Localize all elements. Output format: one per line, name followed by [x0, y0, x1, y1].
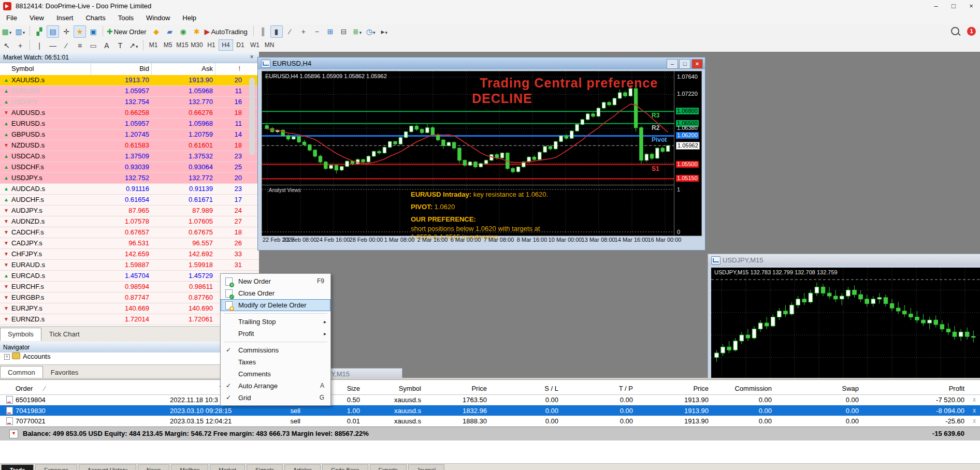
market-watch-row[interactable]: ▼AUDJPY.s87.96587.98924: [0, 205, 259, 216]
terminal-tab-experts[interactable]: Experts: [370, 464, 407, 470]
zoom-in-icon[interactable]: +: [297, 25, 310, 38]
column-header-tp[interactable]: T / P: [619, 385, 633, 392]
chart-restore-button[interactable]: □: [679, 59, 690, 69]
mailbox-icon[interactable]: ▰: [164, 25, 176, 38]
menu-item-commissions[interactable]: Commissions✓: [221, 344, 330, 356]
new-order-icon[interactable]: ✚New Order: [106, 25, 149, 38]
market-watch-row[interactable]: ▲XAUUSD.s1913.701913.9020: [0, 75, 259, 86]
tile-windows-icon[interactable]: ⊞: [324, 25, 337, 38]
timeframe-h4[interactable]: H4: [219, 39, 233, 51]
column-header-bid[interactable]: Bid: [139, 65, 149, 72]
arrange-windows-icon[interactable]: ⊟: [338, 25, 350, 38]
timeframe-m30[interactable]: M30: [190, 39, 204, 51]
chevron-down-icon[interactable]: ▾: [359, 30, 362, 35]
column-header-commission[interactable]: Commission: [734, 385, 772, 392]
market-watch-row[interactable]: ▲USDJPY.s132.752132.77220: [0, 173, 259, 184]
search-icon[interactable]: [951, 27, 959, 35]
chevron-down-icon[interactable]: ▾: [23, 30, 25, 35]
terminal-tab-account-history[interactable]: Account History: [79, 464, 136, 470]
column-header-sl[interactable]: S / L: [544, 385, 558, 392]
column-header-size[interactable]: Size: [347, 385, 360, 392]
chevron-down-icon[interactable]: ▾: [385, 30, 387, 35]
column-header-profit[interactable]: Profit: [949, 385, 964, 392]
menu-item-new-order[interactable]: New Order+F9: [221, 275, 330, 287]
chart-profiles-icon[interactable]: ▥▾: [14, 25, 26, 38]
close-icon[interactable]: ×: [248, 53, 256, 62]
eurusd-window-titlebar[interactable]: EURUSD,H4 – □ ×: [258, 57, 705, 69]
column-header-price[interactable]: Price: [471, 385, 487, 392]
terminal-tab-news[interactable]: News: [138, 464, 170, 470]
terminal-tab-signals[interactable]: Signals: [247, 464, 283, 470]
autotrading-icon[interactable]: ▶AutoTrading: [204, 25, 250, 38]
menu-insert[interactable]: Insert: [50, 12, 80, 23]
menu-item-taxes[interactable]: Taxes: [221, 356, 330, 368]
menu-item-comments[interactable]: Comments: [221, 368, 330, 380]
periods-icon[interactable]: ◷▾: [365, 25, 377, 38]
terminal-tab-exposure[interactable]: Exposure: [35, 464, 77, 470]
menu-item-modify-or-delete-order[interactable]: Modify or Delete Order✸: [221, 299, 330, 311]
terminal-tab-market[interactable]: Market: [210, 464, 245, 470]
menu-window[interactable]: Window: [140, 12, 176, 23]
menu-item-close-order[interactable]: Close Order✓: [221, 287, 330, 299]
timeframe-h1[interactable]: H1: [204, 39, 219, 51]
column-header-order[interactable]: Order: [16, 385, 33, 392]
terminal-tab-articles[interactable]: Articles: [284, 464, 321, 470]
chart-close-button[interactable]: ×: [691, 59, 703, 69]
column-header-symbol[interactable]: Symbol: [11, 65, 34, 72]
market-watch-row[interactable]: ▲AUDCHF.s0.616540.6167117: [0, 195, 259, 205]
horizontal-line-icon[interactable]: —: [47, 39, 59, 52]
column-header-price2[interactable]: Price: [693, 385, 709, 392]
market-watch-row[interactable]: ▼EURAUD.s1.598871.5991831: [0, 260, 259, 271]
menu-item-profit[interactable]: Profit▸: [221, 328, 330, 340]
close-position-icon[interactable]: x: [973, 396, 976, 403]
line-chart-icon[interactable]: ∕: [284, 25, 296, 38]
market-watch-row[interactable]: ▲GBPUSD.s1.207451.2075914: [0, 129, 259, 140]
chart-minimize-button[interactable]: –: [667, 59, 678, 69]
close-position-icon[interactable]: x: [973, 417, 976, 424]
terminal-tab-journal[interactable]: Journal: [408, 464, 444, 470]
usdjpy-chart-canvas[interactable]: USDJPY,M15 132.783 132.799 132.708 132.7…: [711, 268, 980, 380]
crosshair-icon[interactable]: +: [14, 39, 26, 52]
shapes-icon[interactable]: ▭: [87, 39, 99, 52]
market-watch-scrollbar[interactable]: [249, 78, 255, 155]
trendline-icon[interactable]: ∕: [60, 39, 73, 52]
menu-file[interactable]: File: [0, 12, 23, 23]
order-row[interactable]: 704198302023.03.10 09:28:15sell1.00xauus…: [0, 405, 980, 416]
market-watch-row[interactable]: ▲USDCHF.s0.930390.9306425: [0, 162, 259, 173]
window-close-button[interactable]: ×: [962, 0, 980, 12]
market-watch-row[interactable]: ▲USDCAD.s1.375091.3753223: [0, 151, 259, 162]
menu-item-trailing-stop[interactable]: Trailing Stop▸: [221, 316, 330, 328]
tick-chart-icon[interactable]: ▞: [33, 25, 46, 38]
terminal-tab-trade[interactable]: Trade: [1, 464, 34, 470]
timeframe-mn[interactable]: MN: [262, 39, 277, 51]
eurusd-chart-canvas[interactable]: EURUSD,H4 1.05896 1.05909 1.05862 1.0596…: [262, 71, 702, 236]
fibonacci-icon[interactable]: ≡: [74, 39, 86, 52]
timeframe-m5[interactable]: M5: [161, 39, 175, 51]
terminal-tab-code-base[interactable]: Code Base: [322, 464, 368, 470]
indicators-icon[interactable]: ≣▾: [351, 25, 364, 38]
terminal-tab-mailbox[interactable]: Mailbox: [171, 464, 208, 470]
menu-tools[interactable]: Tools: [112, 12, 140, 23]
column-header-ask[interactable]: Ask: [201, 65, 213, 72]
tab-symbols[interactable]: Symbols: [0, 328, 41, 341]
order-row[interactable]: 707700212023.03.15 12:04:21sell0.01xauus…: [0, 416, 980, 427]
notification-badge[interactable]: 1: [967, 27, 976, 36]
data-window-icon[interactable]: ✛: [60, 25, 73, 38]
market-watch-row[interactable]: ▼AUDUSD.s0.662580.6627618: [0, 108, 259, 119]
menu-charts[interactable]: Charts: [79, 12, 111, 23]
market-watch-row[interactable]: ▼CHFJPY.s142.659142.69233: [0, 249, 259, 260]
menu-help[interactable]: Help: [176, 12, 203, 23]
menu-item-auto-arrange[interactable]: Auto Arrange✓A: [221, 380, 330, 392]
terminal-icon[interactable]: ▣: [87, 25, 99, 38]
vertical-line-icon[interactable]: ∣: [33, 39, 46, 52]
close-position-icon[interactable]: x: [973, 407, 976, 414]
column-header-symbol[interactable]: Symbol: [399, 385, 421, 392]
market-watch-row[interactable]: ▼CADJPY.s96.53196.55726: [0, 238, 259, 249]
templates-icon[interactable]: ▸▾: [378, 25, 391, 38]
candlestick-icon[interactable]: ▮: [270, 25, 283, 38]
timeframe-m1[interactable]: M1: [146, 39, 161, 51]
timeframe-d1[interactable]: D1: [233, 39, 248, 51]
bar-chart-icon[interactable]: ║: [257, 25, 269, 38]
options-icon[interactable]: ✱: [191, 25, 203, 38]
window-maximize-button[interactable]: □: [945, 0, 962, 12]
